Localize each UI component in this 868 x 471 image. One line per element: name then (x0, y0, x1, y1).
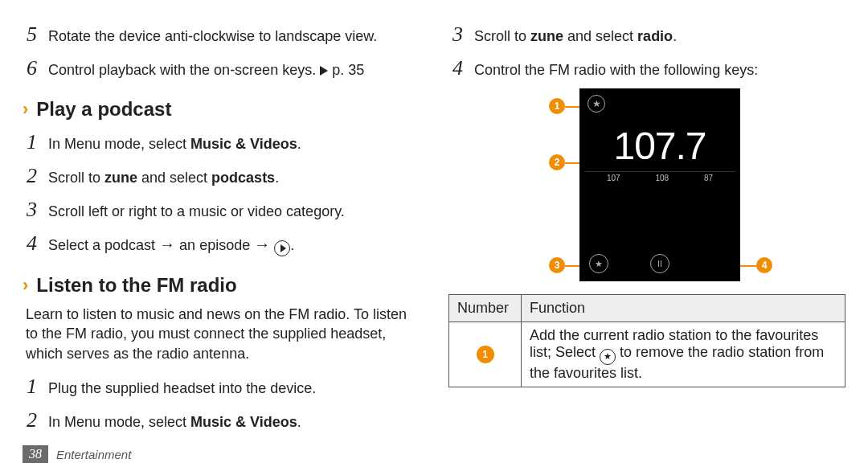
callout-badge: 1 (477, 346, 494, 363)
table-row: 1 Add the current radio station to the f… (449, 322, 845, 387)
text-part: . (297, 414, 301, 430)
frequency-ticks: 107 108 87 (584, 171, 735, 182)
step-number: 6 (23, 56, 37, 80)
step-number: 1 (23, 130, 37, 154)
frequency-display: 107.7 (584, 124, 735, 168)
text-part: and select (563, 28, 637, 44)
pause-icon: II (650, 254, 669, 273)
podcast-step-3: 3 Scroll left or right to a music or vid… (23, 198, 420, 222)
step-text: In Menu mode, select Music & Videos. (48, 412, 420, 432)
arrow-right-icon: → (254, 234, 270, 256)
heading-text: Listen to the FM radio (36, 274, 236, 297)
step-text: Plug the supplied headset into the devic… (48, 379, 420, 398)
text-part: an episode (179, 237, 254, 253)
fm-step-2: 2 In Menu mode, select Music & Videos. (23, 408, 420, 432)
text-bold: podcasts (211, 170, 275, 186)
text-part: In Menu mode, select (48, 414, 190, 430)
text-bold: zune (530, 28, 563, 44)
favourite-star-icon: ★ (589, 254, 608, 273)
fm-step-4: 4 Control the FM radio with the followin… (448, 56, 845, 80)
text-part: . (275, 170, 279, 186)
step-number: 4 (23, 231, 37, 256)
text-part: . (673, 28, 677, 44)
step-number: 1 (23, 375, 37, 399)
play-circle-icon (274, 240, 290, 256)
step-number: 2 (23, 408, 37, 432)
step-number: 3 (448, 23, 463, 47)
podcast-step-2: 2 Scroll to zune and select podcasts. (23, 164, 420, 188)
star-circle-icon: ★ (600, 349, 616, 365)
step-text: Scroll to zune and select podcasts. (48, 168, 420, 187)
text-part: Scroll to (48, 170, 104, 186)
text-part: . (297, 136, 301, 152)
text-part: In Menu mode, select (48, 136, 190, 152)
section-name: Entertainment (56, 448, 131, 461)
callout-1: 1 (549, 98, 565, 114)
step-number: 3 (23, 198, 37, 222)
chevron-right-icon: › (23, 99, 28, 120)
step-number: 5 (23, 23, 37, 47)
page-footer: 38 Entertainment (23, 445, 845, 463)
device-figure: 1 2 3 4 ★ 107.7 107 108 87 (448, 88, 845, 281)
fm-step-3: 3 Scroll to zune and select radio. (448, 23, 845, 47)
fm-step-1: 1 Plug the supplied headset into the dev… (23, 375, 420, 399)
text-bold: Music & Videos (190, 414, 297, 430)
col-number-header: Number (449, 295, 522, 322)
cell-number: 1 (449, 322, 522, 387)
favourite-star-icon: ★ (588, 95, 605, 113)
heading-play-podcast: › Play a podcast (23, 98, 420, 121)
text-bold: Music & Videos (190, 136, 297, 152)
callout-3: 3 (549, 257, 565, 273)
step-text: Scroll to zune and select radio. (474, 27, 845, 46)
heading-fm-radio: › Listen to the FM radio (23, 274, 420, 297)
device-screen: ★ 107.7 107 108 87 ★ II (579, 88, 740, 281)
tick-label: 87 (704, 174, 713, 182)
page-number: 38 (23, 445, 48, 463)
text-part: . (290, 237, 294, 253)
text-part: and select (137, 170, 211, 186)
text-bold: zune (104, 170, 137, 186)
col-function-header: Function (522, 295, 845, 322)
arrow-right-icon: → (159, 234, 175, 256)
step-text: Control the FM radio with the following … (474, 60, 845, 80)
function-table: Number Function 1 Add the current radio … (448, 294, 845, 387)
step-number: 2 (23, 164, 37, 188)
step-text: Scroll left or right to a music or video… (48, 202, 420, 221)
text-part: Select a podcast (48, 237, 159, 253)
cell-function: Add the current radio station to the fav… (522, 322, 845, 387)
step-6: 6 Control playback with the on-screen ke… (23, 56, 420, 80)
table-header-row: Number Function (449, 295, 845, 322)
step-text: Control playback with the on-screen keys… (48, 60, 420, 80)
text-part: Scroll to (474, 28, 530, 44)
tick-label: 108 (655, 174, 669, 182)
page-ref: p. 35 (332, 62, 364, 78)
step-number: 4 (448, 56, 463, 80)
step-text: Select a podcast → an episode → . (48, 234, 420, 256)
podcast-step-4: 4 Select a podcast → an episode → . (23, 231, 420, 256)
step-5: 5 Rotate the device anti-clockwise to la… (23, 23, 420, 47)
step-text: In Menu mode, select Music & Videos. (48, 134, 420, 154)
heading-text: Play a podcast (36, 98, 171, 121)
chevron-right-icon: › (23, 275, 28, 296)
podcast-step-1: 1 In Menu mode, select Music & Videos. (23, 130, 420, 154)
text-bold: radio (637, 28, 673, 44)
fm-intro-paragraph: Learn to listen to music and news on the… (26, 305, 420, 363)
step-text: Rotate the device anti-clockwise to land… (48, 27, 420, 46)
step-text-part: Control playback with the on-screen keys… (48, 62, 320, 78)
triangle-right-icon (320, 66, 328, 76)
tick-label: 107 (607, 174, 620, 182)
callout-2: 2 (549, 154, 565, 170)
callout-4: 4 (756, 257, 772, 273)
